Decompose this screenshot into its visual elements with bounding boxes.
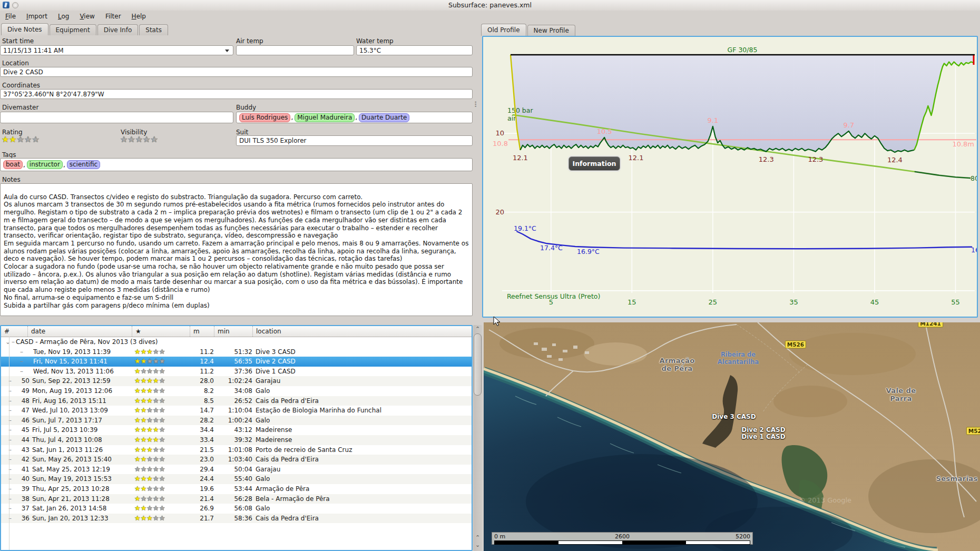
star-icon[interactable]: ★ bbox=[120, 134, 128, 144]
star-icon[interactable]: ★ bbox=[159, 416, 165, 424]
star-icon[interactable]: ★ bbox=[153, 406, 159, 414]
star-icon[interactable]: ★ bbox=[146, 387, 153, 395]
water-temp-input[interactable]: 15.3°C bbox=[356, 45, 473, 55]
star-icon[interactable]: ★ bbox=[141, 367, 147, 375]
menu-filter[interactable]: Filter bbox=[100, 11, 126, 23]
collapse-icon[interactable]: ⌄ bbox=[5, 337, 11, 347]
star-icon[interactable]: ★ bbox=[153, 357, 159, 365]
star-icon[interactable]: ★ bbox=[141, 357, 147, 365]
column-header-min[interactable]: min bbox=[214, 326, 252, 337]
column-header-★[interactable]: ★ bbox=[132, 326, 190, 337]
star-icon[interactable]: ★ bbox=[153, 495, 159, 503]
star-icon[interactable]: ★ bbox=[153, 387, 159, 395]
star-icon[interactable]: ★ bbox=[153, 436, 159, 444]
star-icon[interactable]: ★ bbox=[159, 455, 165, 463]
star-icon[interactable]: ★ bbox=[134, 446, 141, 454]
column-header-location[interactable]: location bbox=[252, 326, 473, 337]
star-icon[interactable]: ★ bbox=[134, 406, 141, 414]
star-icon[interactable]: ★ bbox=[159, 514, 165, 522]
star-icon[interactable]: ★ bbox=[134, 357, 141, 365]
dive-list-scrollbar[interactable]: ⌃ ⌃ ⌄ bbox=[473, 325, 482, 551]
star-icon[interactable]: ★ bbox=[153, 348, 159, 356]
star-icon[interactable]: ★ bbox=[128, 134, 135, 144]
scroll-up2-icon[interactable]: ⌃ bbox=[475, 535, 481, 540]
star-icon[interactable]: ★ bbox=[134, 475, 141, 483]
star-icon[interactable]: ★ bbox=[153, 514, 159, 522]
star-icon[interactable]: ★ bbox=[141, 387, 147, 395]
star-icon[interactable]: ★ bbox=[146, 348, 153, 356]
star-icon[interactable]: ★ bbox=[134, 377, 141, 385]
tags-input[interactable]: boat,instructor,scientific bbox=[0, 158, 473, 171]
trip-group-row[interactable]: ⌄ – CASD - Armação de Pêra, Nov 2013 (3 … bbox=[1, 337, 472, 347]
information-button[interactable]: Information bbox=[569, 156, 620, 171]
dive-list-row[interactable]: – 40 Sun, May 19, 2013 15:53 ★★★★★ 24.4 … bbox=[1, 474, 472, 484]
dive-list-row[interactable]: – 39 Thu, Apr 25, 2013 10:28 ★★★★★ 19.6 … bbox=[1, 484, 472, 494]
scroll-down-icon[interactable]: ⌄ bbox=[475, 542, 481, 548]
star-icon[interactable]: ★ bbox=[153, 475, 159, 483]
star-icon[interactable]: ★ bbox=[146, 426, 153, 434]
scroll-up-icon[interactable]: ⌃ bbox=[475, 326, 481, 332]
star-icon[interactable]: ★ bbox=[141, 436, 147, 444]
tag-chip[interactable]: instructor bbox=[27, 160, 63, 169]
tab-stats[interactable]: Stats bbox=[139, 24, 168, 35]
dive-list-row[interactable]: – 47 Wed, Jul 10, 2013 13:09 ★★★★★ 14.7 … bbox=[1, 406, 472, 416]
menu-import[interactable]: Import bbox=[21, 11, 53, 23]
star-icon[interactable]: ★ bbox=[32, 134, 39, 144]
dive-list-row[interactable]: – 42 Sun, May 26, 2013 15:40 ★★★★★ 23.0 … bbox=[1, 455, 472, 465]
star-icon[interactable]: ★ bbox=[153, 455, 159, 463]
menu-file[interactable]: File bbox=[0, 11, 21, 23]
dive-list-row[interactable]: – 37 Sat, Jan 26, 2013 14:58 ★★★★★ 26.9 … bbox=[1, 504, 472, 514]
star-icon[interactable]: ★ bbox=[159, 495, 165, 503]
star-icon[interactable]: ★ bbox=[159, 475, 165, 483]
star-icon[interactable]: ★ bbox=[159, 367, 165, 375]
dive-list-row[interactable]: – 45 Fri, Jul 5, 2013 10:39 ★★★★★ 34.4 4… bbox=[1, 425, 472, 435]
star-icon[interactable]: ★ bbox=[159, 406, 165, 414]
star-icon[interactable]: ★ bbox=[134, 514, 141, 522]
notes-textarea[interactable]: Aula do curso CASD. Transectos c/video e… bbox=[0, 183, 473, 316]
dive-list-row[interactable]: – 36 Sun, Jan 20, 2013 12:33 ★★★★★ 21.7 … bbox=[1, 514, 472, 524]
star-icon[interactable]: ★ bbox=[153, 397, 159, 405]
star-icon[interactable]: ★ bbox=[146, 485, 153, 493]
dive-list-row[interactable]: – 38 Sun, Apr 21, 2013 11:28 ★★★★★ 21.4 … bbox=[1, 494, 472, 504]
dive-list-row[interactable]: – 41 Sat, May 25, 2013 12:19 ★★★★★ 29.4 … bbox=[1, 465, 472, 475]
menu-help[interactable]: Help bbox=[126, 11, 151, 23]
star-icon[interactable]: ★ bbox=[134, 495, 141, 503]
tab-new-profile[interactable]: New Profile bbox=[527, 25, 575, 36]
star-icon[interactable]: ★ bbox=[159, 357, 165, 365]
star-icon[interactable]: ★ bbox=[134, 485, 141, 493]
star-icon[interactable]: ★ bbox=[134, 465, 141, 473]
star-icon[interactable]: ★ bbox=[141, 504, 147, 512]
star-icon[interactable]: ★ bbox=[141, 475, 147, 483]
vertical-splitter-handle[interactable]: ••• bbox=[474, 101, 476, 107]
star-icon[interactable]: ★ bbox=[141, 455, 147, 463]
star-icon[interactable]: ★ bbox=[153, 465, 159, 473]
star-icon[interactable]: ★ bbox=[153, 426, 159, 434]
column-header-date[interactable]: date bbox=[27, 326, 132, 337]
star-icon[interactable]: ★ bbox=[141, 514, 147, 522]
star-icon[interactable]: ★ bbox=[141, 348, 147, 356]
column-header-m[interactable]: m bbox=[190, 326, 214, 337]
star-icon[interactable]: ★ bbox=[141, 416, 147, 424]
star-icon[interactable]: ★ bbox=[146, 367, 153, 375]
menu-log[interactable]: Log bbox=[53, 11, 74, 23]
dive-list-row[interactable]: – 43 Sat, Jun 1, 2013 11:26 ★★★★★ 21.5 1… bbox=[1, 445, 472, 455]
buddy-chip[interactable]: Duarte Duarte bbox=[359, 113, 409, 122]
star-icon[interactable]: ★ bbox=[9, 134, 16, 144]
star-icon[interactable]: ★ bbox=[146, 455, 153, 463]
star-icon[interactable]: ★ bbox=[146, 436, 153, 444]
dive-list-header[interactable]: #date★mminlocation bbox=[1, 326, 472, 337]
star-icon[interactable]: ★ bbox=[153, 504, 159, 512]
dive-list-row[interactable]: – 44 Thu, Jul 4, 2013 10:08 ★★★★★ 33.4 3… bbox=[1, 435, 472, 445]
buddy-chip[interactable]: Luís Rodrigues bbox=[239, 113, 290, 122]
star-icon[interactable]: ★ bbox=[150, 134, 158, 144]
star-icon[interactable]: ★ bbox=[134, 504, 141, 512]
star-icon[interactable]: ★ bbox=[134, 455, 141, 463]
star-icon[interactable]: ★ bbox=[146, 377, 153, 385]
coordinates-input[interactable]: 37°05'23.460"N 8°20'47.879"W bbox=[0, 89, 473, 99]
star-icon[interactable]: ★ bbox=[141, 426, 147, 434]
star-icon[interactable]: ★ bbox=[17, 134, 24, 144]
star-icon[interactable]: ★ bbox=[159, 436, 165, 444]
buddy-chip[interactable]: Miguel Madureira bbox=[295, 113, 355, 122]
start-time-combobox[interactable]: 11/15/13 11:41 AM bbox=[0, 45, 233, 55]
star-icon[interactable]: ★ bbox=[141, 446, 147, 454]
